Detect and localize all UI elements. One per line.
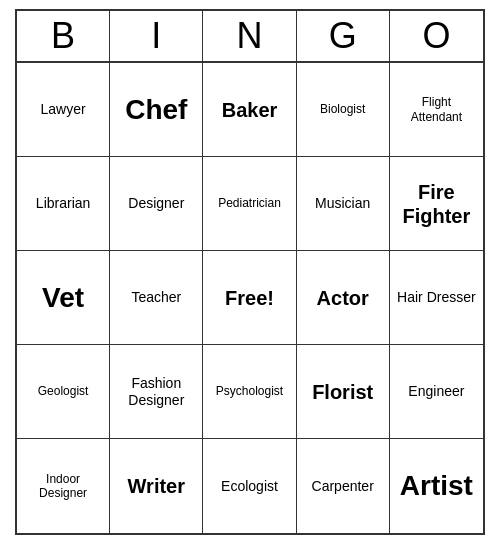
- cell-text: Librarian: [36, 195, 90, 212]
- cell-text: Biologist: [320, 102, 365, 116]
- bingo-cell: Artist: [390, 439, 483, 533]
- bingo-cell: Hair Dresser: [390, 251, 483, 345]
- bingo-cell: Biologist: [297, 63, 390, 157]
- bingo-cell: Flight Attendant: [390, 63, 483, 157]
- bingo-cell: Designer: [110, 157, 203, 251]
- cell-text: Flight Attendant: [396, 95, 477, 124]
- header-letter: N: [203, 11, 296, 61]
- bingo-cell: Fashion Designer: [110, 345, 203, 439]
- cell-text: Psychologist: [216, 384, 283, 398]
- cell-text: Chef: [125, 93, 187, 127]
- cell-text: Hair Dresser: [397, 289, 476, 306]
- bingo-cell: Musician: [297, 157, 390, 251]
- bingo-cell: Engineer: [390, 345, 483, 439]
- bingo-cell: Lawyer: [17, 63, 110, 157]
- header-letter: B: [17, 11, 110, 61]
- bingo-cell: Carpenter: [297, 439, 390, 533]
- bingo-cell: Writer: [110, 439, 203, 533]
- cell-text: Teacher: [131, 289, 181, 306]
- bingo-grid: LawyerChefBakerBiologistFlight Attendant…: [17, 63, 483, 533]
- bingo-cell: Fire Fighter: [390, 157, 483, 251]
- bingo-card: BINGO LawyerChefBakerBiologistFlight Att…: [15, 9, 485, 535]
- bingo-cell: Geologist: [17, 345, 110, 439]
- cell-text: Musician: [315, 195, 370, 212]
- cell-text: Carpenter: [312, 478, 374, 495]
- cell-text: Writer: [128, 474, 185, 498]
- cell-text: Free!: [225, 286, 274, 310]
- bingo-cell: Pediatrician: [203, 157, 296, 251]
- cell-text: Fire Fighter: [396, 180, 477, 228]
- bingo-header: BINGO: [17, 11, 483, 63]
- cell-text: Florist: [312, 380, 373, 404]
- bingo-cell: Ecologist: [203, 439, 296, 533]
- cell-text: Fashion Designer: [116, 375, 196, 409]
- cell-text: Lawyer: [41, 101, 86, 118]
- cell-text: Ecologist: [221, 478, 278, 495]
- header-letter: O: [390, 11, 483, 61]
- cell-text: Designer: [128, 195, 184, 212]
- cell-text: Pediatrician: [218, 196, 281, 210]
- bingo-cell: Florist: [297, 345, 390, 439]
- cell-text: Artist: [400, 469, 473, 503]
- bingo-cell: Psychologist: [203, 345, 296, 439]
- bingo-cell: Baker: [203, 63, 296, 157]
- cell-text: Geologist: [38, 384, 89, 398]
- bingo-cell: Teacher: [110, 251, 203, 345]
- cell-text: Engineer: [408, 383, 464, 400]
- bingo-cell: Actor: [297, 251, 390, 345]
- cell-text: Actor: [317, 286, 369, 310]
- cell-text: Baker: [222, 98, 278, 122]
- bingo-cell: Indoor Designer: [17, 439, 110, 533]
- bingo-cell: Vet: [17, 251, 110, 345]
- bingo-cell: Chef: [110, 63, 203, 157]
- bingo-cell: Librarian: [17, 157, 110, 251]
- bingo-cell: Free!: [203, 251, 296, 345]
- header-letter: I: [110, 11, 203, 61]
- cell-text: Vet: [42, 281, 84, 315]
- header-letter: G: [297, 11, 390, 61]
- cell-text: Indoor Designer: [23, 472, 103, 501]
